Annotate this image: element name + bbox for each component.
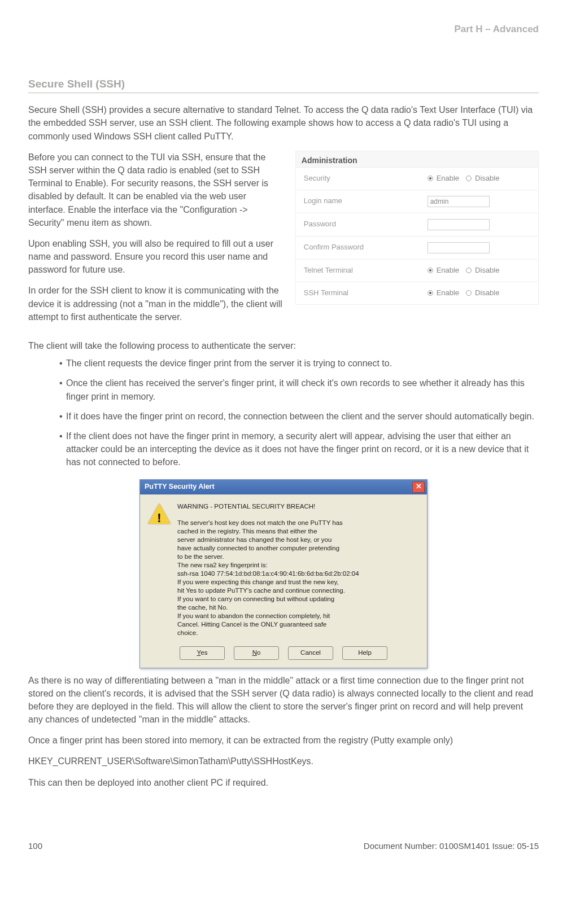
admin-login-label: Login name: [304, 196, 428, 207]
admin-panel: Administration Security Enable Disable L…: [295, 151, 539, 305]
para-after1: As there is no way of differentiating be…: [28, 674, 539, 726]
auth-process-list: The client requests the device finger pr…: [28, 357, 539, 468]
radio-security-disable[interactable]: [466, 176, 472, 181]
password-input[interactable]: [428, 219, 490, 230]
para-clientprocess: The client will take the following proce…: [28, 339, 539, 352]
radio-telnet-disable[interactable]: [466, 268, 472, 273]
doc-number: Document Number: 0100SM1401 Issue: 05-15: [364, 840, 539, 852]
cancel-button[interactable]: Cancel: [288, 646, 333, 660]
radio-label-disable: Disable: [475, 265, 499, 276]
radio-label-disable: Disable: [475, 173, 499, 184]
putty-line: the cache, hit No.: [177, 603, 359, 612]
putty-line: have actually connected to another compu…: [177, 544, 359, 553]
putty-line: If you want to carry on connecting but w…: [177, 595, 359, 603]
radio-security-enable[interactable]: [428, 176, 433, 181]
admin-title: Administration: [296, 151, 538, 167]
putty-warning-line: WARNING - POTENTIAL SECURITY BREACH!: [177, 502, 359, 511]
close-icon[interactable]: ✕: [412, 481, 425, 493]
list-item: Once the client has received the server'…: [59, 376, 539, 402]
no-button[interactable]: No: [234, 646, 279, 660]
section-title: Secure Shell (SSH): [28, 76, 539, 94]
putty-text: WARNING - POTENTIAL SECURITY BREACH! The…: [177, 502, 359, 637]
putty-line: to be the server.: [177, 553, 359, 561]
help-button[interactable]: Help: [342, 646, 387, 660]
para-before: Before you can connect to the TUI via SS…: [28, 151, 284, 229]
admin-telnet-label: Telnet Terminal: [304, 265, 428, 276]
putty-line: server administrator has changed the hos…: [177, 536, 359, 544]
admin-confirm-label: Confirm Password: [304, 242, 428, 253]
putty-line: choice.: [177, 629, 359, 637]
admin-ssh-label: SSH Terminal: [304, 288, 428, 299]
putty-line: hit Yes to update PuTTY's cache and cont…: [177, 586, 359, 595]
list-item: If the client does not have the finger p…: [59, 430, 539, 469]
radio-ssh-disable[interactable]: [466, 290, 472, 296]
putty-line: The server's host key does not match the…: [177, 519, 359, 527]
login-name-input[interactable]: [428, 196, 490, 207]
radio-label-disable: Disable: [475, 288, 499, 299]
putty-line: The new rsa2 key fingerprint is:: [177, 561, 359, 570]
putty-line: cached in the registry. This means that …: [177, 527, 359, 536]
para-after2: Once a finger print has been stored into…: [28, 734, 539, 747]
page-number: 100: [28, 840, 42, 852]
radio-label-enable: Enable: [437, 288, 459, 299]
putty-dialog: PuTTY Security Alert ✕ ! WARNING - POTEN…: [139, 479, 428, 668]
admin-password-label: Password: [304, 219, 428, 230]
list-item: If it does have the finger print on reco…: [59, 410, 539, 423]
para-regkey: HKEY_CURRENT_USER\Software\SimonTatham\P…: [28, 755, 539, 768]
putty-line: If you want to abandon the connection co…: [177, 612, 359, 620]
putty-line: If you were expecting this change and tr…: [177, 578, 359, 586]
intro-para: Secure Shell (SSH) provides a secure alt…: [28, 103, 539, 143]
confirm-password-input[interactable]: [428, 242, 490, 253]
putty-line: ssh-rsa 1040 77:54:1d:bd:08:1a:c4:90:41:…: [177, 570, 359, 578]
para-inorder: In order for the SSH client to know it i…: [28, 284, 284, 323]
para-upon: Upon enabling SSH, you will also be requ…: [28, 237, 284, 277]
warning-icon: !: [148, 503, 171, 526]
putty-title: PuTTY Security Alert: [145, 481, 215, 492]
yes-button[interactable]: Yes: [180, 646, 225, 660]
para-after3: This can then be deployed into another c…: [28, 776, 539, 789]
radio-label-enable: Enable: [437, 173, 459, 184]
part-header: Part H – Advanced: [28, 23, 539, 37]
list-item: The client requests the device finger pr…: [59, 357, 539, 370]
putty-line: Cancel. Hitting Cancel is the ONLY guara…: [177, 620, 359, 629]
radio-label-enable: Enable: [437, 265, 459, 276]
radio-ssh-enable[interactable]: [428, 290, 433, 296]
radio-telnet-enable[interactable]: [428, 268, 433, 273]
admin-security-label: Security: [304, 173, 428, 184]
